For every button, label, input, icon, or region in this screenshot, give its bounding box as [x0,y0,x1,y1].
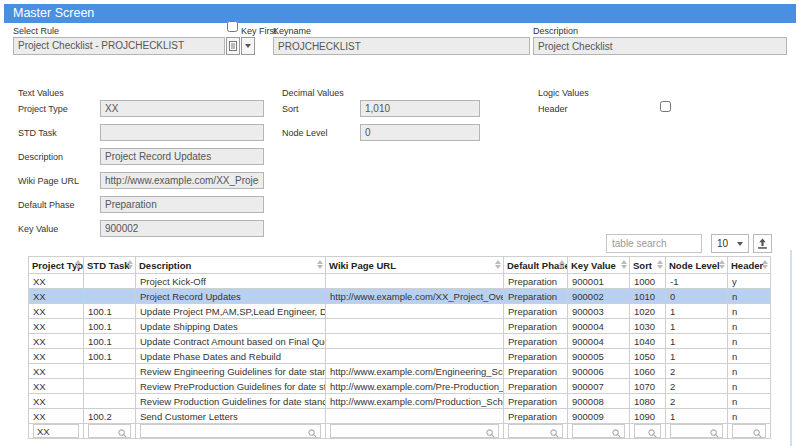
sort-icon[interactable] [621,260,627,269]
field-input[interactable] [100,220,264,237]
table-cell[interactable]: 900004 [568,334,630,349]
table-cell[interactable]: 1 [666,349,728,364]
table-cell[interactable]: Preparation [504,319,568,334]
table-cell[interactable]: Preparation [504,289,568,304]
table-cell[interactable]: n [728,319,771,334]
table-cell[interactable]: 2 [666,394,728,409]
sort-icon[interactable] [127,260,133,269]
column-header[interactable]: STD Task [84,257,136,274]
table-cell[interactable]: -1 [666,274,728,289]
table-cell[interactable]: 1010 [630,289,666,304]
filter-input[interactable] [330,424,499,438]
header-flag-checkbox[interactable] [660,101,671,112]
table-cell[interactable]: n [728,364,771,379]
table-cell[interactable]: 900008 [568,394,630,409]
sort-icon[interactable] [657,260,663,269]
table-row[interactable]: XX100.1Update Phase Dates and RebuildPre… [29,349,771,364]
sort-icon[interactable] [719,260,725,269]
vertical-scrollbar[interactable] [790,250,792,446]
column-header[interactable]: Header [728,257,771,274]
table-cell[interactable]: 0 [666,289,728,304]
table-cell[interactable] [326,304,504,319]
table-cell[interactable]: 1 [666,409,728,424]
column-header[interactable]: Key Value [568,257,630,274]
select-rule-dropdown-button[interactable] [241,37,255,55]
table-cell[interactable]: n [728,304,771,319]
table-cell[interactable]: Send Customer Letters [136,409,326,424]
table-cell[interactable]: 2 [666,379,728,394]
table-cell[interactable]: Preparation [504,409,568,424]
table-row[interactable]: XXReview PreProduction Guidelines for da… [29,379,771,394]
table-cell[interactable]: Review PreProduction Guidelines for date… [136,379,326,394]
table-cell[interactable]: Preparation [504,349,568,364]
table-cell[interactable]: 1030 [630,319,666,334]
page-size-select[interactable]: 10 [711,234,749,253]
export-button[interactable] [753,234,772,253]
table-cell[interactable]: XX [29,334,84,349]
table-cell[interactable]: Review Production Guidelines for date st… [136,394,326,409]
table-cell[interactable]: 100.1 [84,349,136,364]
field-input[interactable] [100,124,264,141]
table-row[interactable]: XXReview Production Guidelines for date … [29,394,771,409]
field-input[interactable] [100,100,264,117]
table-cell[interactable]: XX [29,394,84,409]
table-cell[interactable]: 2 [666,364,728,379]
sort-icon[interactable] [317,260,323,269]
column-header[interactable]: Wiki Page URL [326,257,504,274]
table-cell[interactable]: 100.2 [84,409,136,424]
table-cell[interactable]: Update Contract Amount based on Final Qu… [136,334,326,349]
table-cell[interactable]: Preparation [504,379,568,394]
table-cell[interactable]: 1060 [630,364,666,379]
table-cell[interactable]: http://www.example.com/XX_Project_Overvi… [326,289,504,304]
table-cell[interactable]: 100.1 [84,334,136,349]
table-cell[interactable]: 1050 [630,349,666,364]
table-cell[interactable]: Preparation [504,364,568,379]
table-cell[interactable]: Preparation [504,334,568,349]
table-cell[interactable]: n [728,394,771,409]
filter-input[interactable] [140,424,321,438]
table-row[interactable]: XXProject Record Updateshttp://www.examp… [29,289,771,304]
field-input[interactable] [100,148,264,165]
table-cell[interactable]: n [728,379,771,394]
sort-icon[interactable] [559,260,565,269]
table-cell[interactable]: 900002 [568,289,630,304]
filter-input[interactable] [33,424,79,438]
table-row[interactable]: XX100.1Update Project PM,AM,SP,Lead Engi… [29,304,771,319]
sort-icon[interactable] [762,260,768,269]
table-cell[interactable] [326,319,504,334]
table-cell[interactable]: http://www.example.com/Pre-Production_Sc… [326,379,504,394]
column-header[interactable]: Project Type [29,257,84,274]
table-cell[interactable]: n [728,289,771,304]
table-cell[interactable] [326,409,504,424]
column-header[interactable]: Node Level [666,257,728,274]
table-cell[interactable]: XX [29,274,84,289]
table-row[interactable]: XXReview Engineering Guidelines for date… [29,364,771,379]
field-input[interactable] [100,196,264,213]
table-cell[interactable]: Update Project PM,AM,SP,Lead Engineer, D… [136,304,326,319]
table-cell[interactable]: y [728,274,771,289]
column-header[interactable]: Sort [630,257,666,274]
table-cell[interactable] [84,289,136,304]
select-rule-combo[interactable]: Project Checklist - PROJCHECKLIST [13,37,255,55]
description-input[interactable] [533,37,787,55]
table-cell[interactable] [326,349,504,364]
table-cell[interactable]: 900005 [568,349,630,364]
table-cell[interactable]: XX [29,319,84,334]
table-cell[interactable]: 1020 [630,304,666,319]
table-cell[interactable]: http://www.example.com/Engineering_Sched… [326,364,504,379]
table-cell[interactable]: n [728,409,771,424]
table-cell[interactable]: XX [29,289,84,304]
table-cell[interactable]: 900007 [568,379,630,394]
table-cell[interactable]: Review Engineering Guidelines for date s… [136,364,326,379]
keyname-input[interactable] [273,37,530,55]
table-cell[interactable] [326,334,504,349]
table-cell[interactable]: 100.1 [84,319,136,334]
table-cell[interactable]: 1 [666,334,728,349]
table-cell[interactable]: 1080 [630,394,666,409]
table-cell[interactable]: 1070 [630,379,666,394]
table-cell[interactable]: Preparation [504,304,568,319]
table-cell[interactable]: Preparation [504,394,568,409]
table-cell[interactable]: 900006 [568,364,630,379]
table-cell[interactable]: 900001 [568,274,630,289]
table-search-input[interactable] [606,234,702,253]
